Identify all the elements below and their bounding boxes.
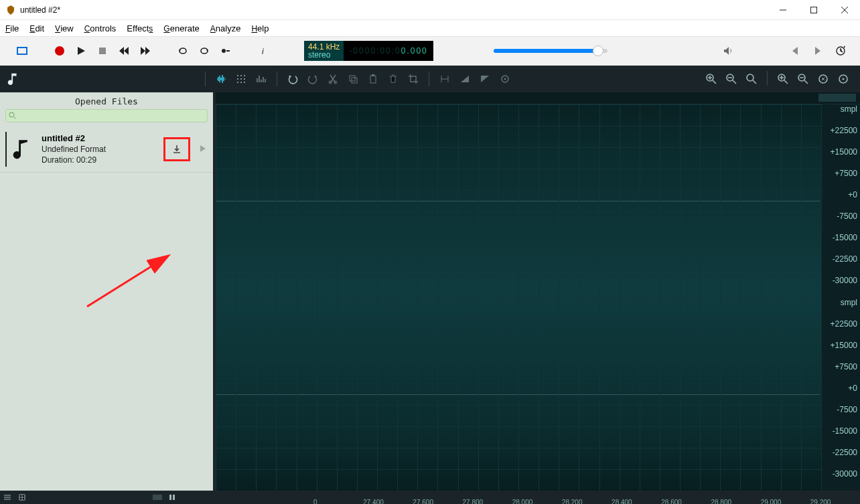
visual-mode-button[interactable] [16,45,28,57]
zoom-reset-button[interactable] [835,71,851,87]
menu-controls[interactable]: Controls [84,23,117,33]
svg-rect-34 [169,495,171,500]
copy-button[interactable] [345,71,361,87]
prev-marker-button[interactable] [789,45,801,57]
svg-text:i: i [262,47,264,56]
waveform-view[interactable]: smpl+22500+15000+7500+0-7500-15000-22500… [216,92,860,491]
time-counter: 0.000 [401,46,428,56]
app-icon [5,5,16,15]
window-close-button[interactable] [829,0,860,19]
amp-tick-label: +15000 [831,147,857,157]
amp-tick-label: -15000 [833,426,857,436]
svg-point-11 [244,78,245,80]
toggle-option-button[interactable] [220,45,232,57]
channels-label: stereo [308,51,340,59]
zoom-vertical-out-button[interactable] [795,71,811,87]
svg-rect-20 [372,74,374,76]
speaker-icon[interactable] [722,45,734,57]
search-field[interactable] [19,111,204,120]
search-input[interactable] [5,109,208,122]
timeline-tick-label: 29.000 [761,499,782,504]
crop-button[interactable] [405,71,421,87]
next-marker-button[interactable] [812,45,824,57]
svg-point-22 [504,78,506,80]
status-pause-icon[interactable] [165,494,180,501]
volume-slider[interactable] [494,49,607,53]
timeline-tick-label: 28.600 [661,499,682,504]
transport-toolbar: i 44.1 kHz stereo -0000:00:00.000 [0,36,860,66]
view-spectrum-icon[interactable] [253,71,269,87]
svg-point-3 [222,49,226,53]
history-button[interactable] [835,45,847,57]
amp-tick-label: smpl [841,104,857,114]
svg-point-7 [240,75,242,76]
timeline-tick-label: 28.800 [711,499,731,504]
file-format: Undefined Format [42,144,163,155]
timeline-tick-label: 28.200 [562,499,583,504]
settings-icon[interactable] [497,71,513,87]
view-dots-icon[interactable] [233,71,249,87]
zoom-selection-button[interactable] [815,71,831,87]
menu-analyze[interactable]: Analyze [210,23,241,33]
svg-point-10 [240,78,242,80]
amp-tick-label: -22500 [833,448,857,457]
waveform-overview[interactable] [216,92,860,104]
timeline-tick-label: 27.800 [463,499,484,504]
amp-tick-label: -7500 [837,405,857,414]
fade-in-button[interactable] [457,71,473,87]
zoom-in-button[interactable] [703,71,719,87]
zoom-vertical-in-button[interactable] [775,71,791,87]
file-name: untitled #2 [42,133,163,144]
menu-generate[interactable]: Generate [163,23,199,33]
amp-tick-label: -30000 [833,276,857,285]
stop-button[interactable] [96,45,109,57]
svg-rect-17 [350,76,355,81]
menu-bar: File Edit View Controls Effects Generate… [0,20,860,36]
amplitude-ruler: smpl+22500+15000+7500+0-7500-15000-22500… [821,104,860,491]
annotation-arrow [80,233,201,313]
window-minimize-button[interactable] [768,0,798,19]
svg-rect-19 [370,76,376,83]
menu-file[interactable]: File [5,23,19,33]
amp-tick-label: +7500 [835,362,857,371]
paste-button[interactable] [365,71,381,87]
svg-rect-1 [17,48,27,54]
fade-out-button[interactable] [477,71,493,87]
cut-button[interactable] [325,71,341,87]
amp-tick-label: +22500 [831,319,857,329]
menu-help[interactable]: Help [251,23,269,33]
zoom-fit-button[interactable] [743,71,760,87]
play-button[interactable] [75,45,87,57]
menu-effects[interactable]: Effects [127,23,153,33]
svg-point-30 [843,78,845,80]
record-button[interactable] [54,45,66,57]
play-file-button[interactable] [200,145,206,154]
amp-tick-label: +0 [848,190,857,199]
opened-files-panel: Opened Files untitled #2 Undefined Forma… [0,92,216,491]
status-pointer-icon[interactable] [15,493,29,501]
delete-button[interactable] [385,71,401,87]
menu-edit[interactable]: Edit [29,23,44,33]
trim-silence-button[interactable] [437,71,453,87]
music-note-icon [9,137,32,162]
undo-button[interactable] [285,71,301,87]
status-bar: 027.40027.60027.80028.00028.20028.40028.… [0,491,860,504]
file-entry[interactable]: untitled #2 Undefined Format Duration: 0… [0,127,213,173]
redo-button[interactable] [305,71,321,87]
save-file-button[interactable] [163,137,190,161]
timeline-tick-label: 27.400 [363,499,384,504]
view-waveform-icon[interactable] [213,71,229,87]
loop-selection-button[interactable] [198,45,210,57]
svg-point-31 [9,112,14,117]
zoom-out-button[interactable] [723,71,739,87]
fast-forward-button[interactable] [139,45,151,57]
svg-point-9 [237,78,238,80]
window-maximize-button[interactable] [798,0,829,19]
menu-view[interactable]: View [55,23,74,33]
info-button[interactable]: i [257,45,269,57]
rewind-button[interactable] [118,45,130,57]
svg-line-32 [87,256,167,307]
loop-button[interactable] [177,45,189,57]
status-thumb-icon[interactable] [150,493,165,501]
status-menu-icon[interactable] [0,493,15,501]
